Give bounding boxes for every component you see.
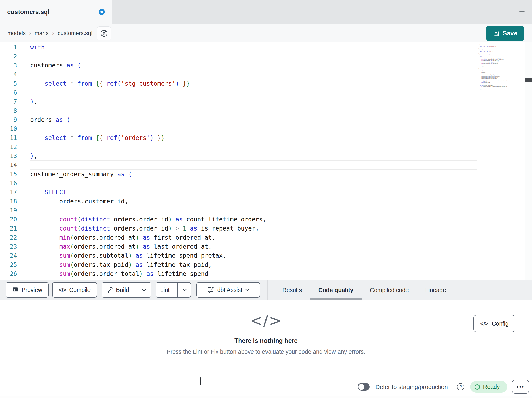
tab-results[interactable]: Results <box>274 280 310 300</box>
line-number: 7 <box>0 97 17 106</box>
code-line[interactable]: select * from {{ ref('orders') }} <box>30 133 477 142</box>
code-line[interactable]: ), <box>30 151 477 160</box>
code-brackets-icon: </> <box>480 320 488 327</box>
status-badge: Ready <box>470 381 507 392</box>
code-line[interactable]: select * from {{ ref('stg_customers') }} <box>30 79 477 88</box>
indent-guide <box>45 260 45 269</box>
code-content[interactable]: withcustomers as ( select * from {{ ref(… <box>30 43 477 280</box>
save-button[interactable]: Save <box>486 26 524 41</box>
breadcrumb-row: models › marts › customers.sql Save <box>0 24 532 42</box>
code-line[interactable] <box>30 160 477 170</box>
breadcrumb-item-marts[interactable]: marts <box>35 30 49 36</box>
tab-code-quality[interactable]: Code quality <box>310 280 362 300</box>
code-line[interactable] <box>30 124 477 133</box>
indent-guide <box>45 233 45 242</box>
build-button[interactable]: Build <box>102 283 134 297</box>
code-line[interactable]: customers as ( <box>30 61 477 70</box>
code-line[interactable]: orders as ( <box>30 115 477 124</box>
code-line[interactable] <box>30 278 477 280</box>
line-number-gutter: 1234567891011121314151617181920212223242… <box>0 43 17 280</box>
status-bar: Defer to staging/production ? Ready ••• <box>0 377 532 396</box>
indent-guide <box>45 251 45 260</box>
tab-bar: customers.sql + <box>0 0 532 24</box>
lint-dropdown-button[interactable] <box>177 283 191 297</box>
indent-guide <box>45 224 45 233</box>
code-line[interactable]: ), <box>30 97 477 106</box>
indent-guide <box>45 206 45 215</box>
code-line[interactable]: sum(orders.order_total) as lifetime_spen… <box>30 269 477 278</box>
table-icon <box>12 287 19 293</box>
file-tab-customers-sql[interactable]: customers.sql <box>0 0 112 24</box>
editor-toolbar: Preview </> Compile Build Lint <box>0 280 532 300</box>
code-line[interactable]: with <box>30 43 477 52</box>
line-number: 8 <box>0 106 17 115</box>
line-number: 9 <box>0 115 17 124</box>
line-number: 26 <box>0 269 17 278</box>
code-line[interactable]: orders.customer_id, <box>30 197 477 206</box>
line-number: 22 <box>0 233 17 242</box>
code-line[interactable] <box>30 206 477 215</box>
chevron-down-icon <box>183 289 187 291</box>
indent-guide <box>45 197 45 206</box>
code-brackets-icon: </> <box>250 312 282 329</box>
indent-guide <box>31 269 31 278</box>
indent-guide <box>31 142 31 151</box>
minimap[interactable]: withcustomers as ( select * from {{ ref(… <box>478 43 525 90</box>
line-number: 20 <box>0 215 17 224</box>
code-line[interactable] <box>30 106 477 115</box>
line-number: 13 <box>0 151 17 160</box>
code-line[interactable]: SELECT <box>30 188 477 197</box>
line-number: 21 <box>0 224 17 233</box>
text-cursor-pointer-icon <box>198 377 202 385</box>
save-floppy-icon <box>493 30 500 37</box>
file-tab-title: customers.sql <box>7 8 50 16</box>
preview-button[interactable]: Preview <box>6 282 49 298</box>
indent-guide <box>31 260 31 269</box>
lint-button[interactable]: Lint <box>155 283 174 297</box>
indent-guide <box>31 197 31 206</box>
defer-label: Defer to staging/production <box>375 378 448 396</box>
breadcrumb-item-models[interactable]: models <box>7 30 25 36</box>
indent-guide <box>31 79 31 88</box>
tab-compiled-code[interactable]: Compiled code <box>362 280 417 300</box>
help-icon[interactable]: ? <box>457 383 464 390</box>
config-button[interactable]: </> Config <box>474 315 515 332</box>
empty-state: </> There is nothing here Press the Lint… <box>0 300 532 355</box>
indent-guide <box>31 278 31 280</box>
assist-chat-sparkle-icon <box>207 286 214 294</box>
code-line[interactable] <box>30 142 477 151</box>
code-line[interactable] <box>30 179 477 188</box>
scrollbar-thumb[interactable] <box>525 78 532 82</box>
line-number: 24 <box>0 251 17 260</box>
indent-guide <box>31 133 31 142</box>
indent-guide <box>31 215 31 224</box>
code-line[interactable] <box>30 70 477 79</box>
code-editor[interactable]: 1234567891011121314151617181920212223242… <box>0 42 532 280</box>
indent-guide <box>31 124 31 133</box>
more-options-button[interactable]: ••• <box>512 380 529 394</box>
indent-guide <box>31 206 31 215</box>
build-dropdown-button[interactable] <box>137 283 151 297</box>
code-line[interactable] <box>30 52 477 61</box>
lint-split-button: Lint <box>156 282 191 298</box>
lineage-compass-button[interactable] <box>97 26 111 40</box>
breadcrumb-item-file: customers.sql <box>58 30 93 36</box>
indent-guide <box>45 215 45 224</box>
code-line[interactable]: min(orders.ordered_at) as first_ordered_… <box>30 233 477 242</box>
result-tabs: ResultsCode qualityCompiled codeLineage <box>274 280 454 300</box>
editor-scrollbar[interactable] <box>525 42 532 280</box>
dbt-assist-button[interactable]: dbt Assist <box>196 282 260 298</box>
defer-toggle[interactable] <box>358 383 370 391</box>
code-line[interactable]: sum(orders.subtotal) as lifetime_spend_p… <box>30 251 477 260</box>
dbt-ide-window: customers.sql + models › marts › custome… <box>0 0 532 398</box>
code-line[interactable]: count(distinct orders.order_id) > 1 as i… <box>30 224 477 233</box>
code-line[interactable] <box>30 88 477 97</box>
code-line[interactable]: max(orders.ordered_at) as last_ordered_a… <box>30 242 477 251</box>
compile-button[interactable]: </> Compile <box>52 282 97 298</box>
code-line[interactable]: count(distinct orders.order_id) as count… <box>30 215 477 224</box>
indent-guide <box>45 242 45 251</box>
code-line[interactable]: customer_orders_summary as ( <box>30 170 477 179</box>
code-line[interactable]: sum(orders.tax_paid) as lifetime_tax_pai… <box>30 260 477 269</box>
new-tab-button[interactable]: + <box>512 0 532 24</box>
tab-lineage[interactable]: Lineage <box>417 280 454 300</box>
